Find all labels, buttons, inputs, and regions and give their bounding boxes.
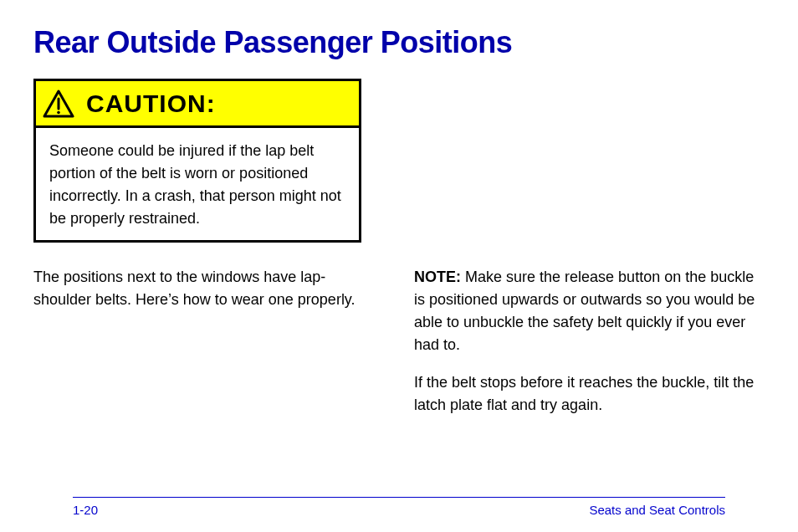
caution-label: CAUTION:	[86, 90, 216, 118]
left-column: The positions next to the windows have l…	[33, 266, 377, 417]
page-number: 1-20	[73, 503, 98, 517]
note-label: NOTE:	[414, 269, 461, 285]
caution-header: CAUTION:	[36, 81, 359, 128]
footer-line: 1-20 Seats and Seat Controls	[73, 497, 725, 517]
section-title: Seats and Seat Controls	[589, 503, 725, 517]
page: Rear Outside Passenger Positions CAUTION…	[0, 0, 798, 532]
page-heading: Rear Outside Passenger Positions	[33, 25, 758, 60]
paragraph: If the belt stops before it reaches the …	[414, 371, 758, 417]
note-paragraph: NOTE: Make sure the release button on th…	[414, 266, 758, 356]
svg-point-2	[57, 110, 60, 114]
caution-panel: CAUTION: Someone could be injured if the…	[33, 79, 361, 243]
warning-icon	[43, 90, 74, 118]
page-footer: 1-20 Seats and Seat Controls	[0, 497, 798, 517]
body-columns: The positions next to the windows have l…	[33, 266, 758, 417]
paragraph: The positions next to the windows have l…	[33, 266, 377, 311]
caution-body: Someone could be injured if the lap belt…	[36, 128, 359, 240]
note-text: Make sure the release button on the buck…	[414, 269, 755, 353]
right-column: NOTE: Make sure the release button on th…	[414, 266, 758, 417]
